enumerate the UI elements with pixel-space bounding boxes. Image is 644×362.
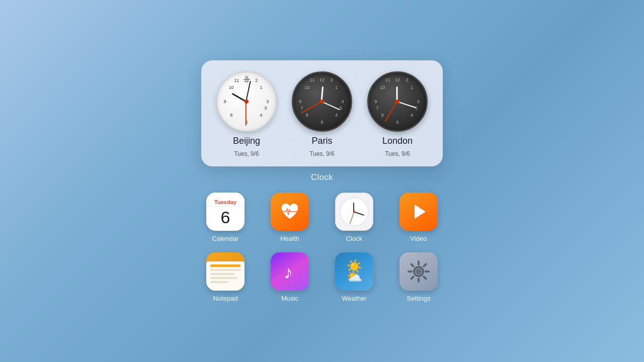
- svg-line-6: [412, 264, 414, 266]
- svg-text:♪: ♪: [284, 262, 293, 283]
- clock-face-paris: 12 1 3 4 6 8 9 10 2 11 5 7: [292, 71, 352, 132]
- video-label: Video: [410, 235, 427, 242]
- calendar-day-label: Tuesday: [206, 197, 245, 207]
- clock-face-beijing: 12 1 3 4 6 8 9 10 2 11 5: [216, 71, 277, 132]
- weather-icon: ☀️ ⛅: [335, 252, 373, 291]
- music-note-svg: ♪: [279, 260, 301, 283]
- gear-svg: [407, 259, 431, 284]
- app-settings[interactable]: Settings: [391, 252, 446, 302]
- video-icon: [399, 193, 438, 231]
- city-beijing: Beijing: [233, 136, 260, 146]
- app-music[interactable]: ♪ Music: [262, 252, 317, 302]
- app-video[interactable]: Video: [391, 193, 446, 242]
- weather-label: Weather: [342, 295, 367, 302]
- calendar-label: Calendar: [212, 235, 239, 242]
- svg-line-7: [424, 277, 426, 279]
- music-icon: ♪: [271, 252, 309, 291]
- clock-item-paris[interactable]: 12 1 3 4 6 8 9 10 2 11 5 7 Paris Tues, 9…: [292, 71, 352, 157]
- clock-item-beijing[interactable]: 12 1 3 4 6 8 9 10 2 11 5 Beijing Tues, 9…: [216, 71, 277, 157]
- clock-face-london: 12 1 3 4 6 8 9 10 2 11 5 7: [367, 71, 428, 132]
- clock-label: Clock: [346, 235, 363, 242]
- date-beijing: Tues, 9/6: [234, 150, 259, 157]
- notepad-icon: [206, 252, 245, 291]
- settings-label: Settings: [407, 295, 431, 302]
- clock-widget: 12 1 3 4 6 8 9 10 2 11 5 Beijing Tues, 9…: [201, 60, 443, 166]
- date-paris: Tues, 9/6: [309, 150, 335, 157]
- calendar-day-number: 6: [221, 207, 230, 226]
- app-grid: Tuesday 6 Calendar Health Clock: [198, 193, 446, 302]
- city-paris: Paris: [311, 136, 332, 146]
- health-icon: [271, 193, 309, 231]
- svg-line-9: [412, 277, 414, 279]
- play-triangle: [415, 205, 426, 219]
- date-london: Tues, 9/6: [385, 150, 410, 157]
- app-notepad[interactable]: Notepad: [198, 252, 253, 302]
- app-weather[interactable]: ☀️ ⛅ Weather: [327, 252, 382, 302]
- clock-item-london[interactable]: 12 1 3 4 6 8 9 10 2 11 5 7 London Tues, …: [367, 71, 428, 157]
- city-london: London: [382, 136, 413, 146]
- app-health[interactable]: Health: [262, 193, 317, 242]
- svg-line-8: [424, 264, 426, 266]
- notepad-label: Notepad: [213, 295, 237, 302]
- health-label: Health: [280, 235, 299, 242]
- svg-point-10: [416, 268, 422, 275]
- app-clock[interactable]: Clock: [327, 193, 382, 242]
- settings-icon: [399, 252, 438, 291]
- app-calendar[interactable]: Tuesday 6 Calendar: [198, 193, 253, 242]
- heart-svg: [279, 201, 301, 223]
- calendar-icon: Tuesday 6: [206, 193, 245, 231]
- music-label: Music: [281, 295, 298, 302]
- mini-clock-face: [340, 197, 369, 226]
- widget-label: Clock: [311, 172, 333, 183]
- clock-app-icon: [335, 193, 373, 231]
